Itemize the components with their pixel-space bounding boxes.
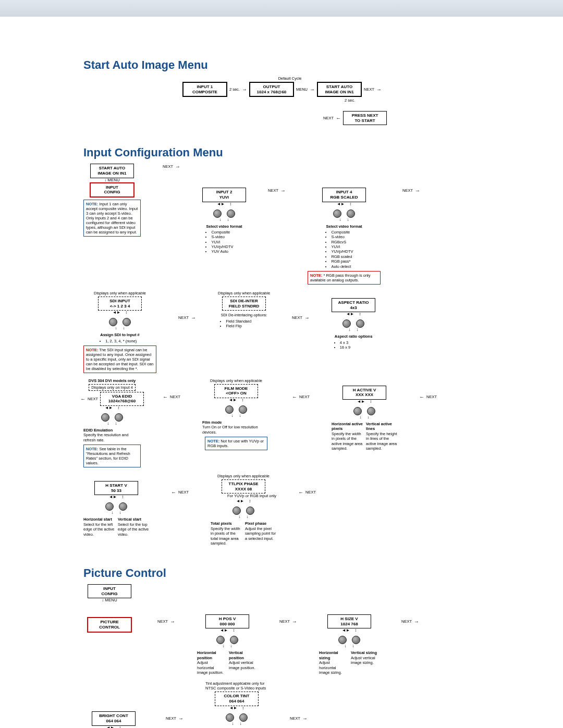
sdi-note: NOTE: The SDI input signal can be assign…	[83, 346, 156, 373]
film-mode-box: FILM MODE <OFF> ON	[214, 384, 258, 398]
arrow-icon	[304, 315, 310, 320]
displays-only-label: Displays only when applicable	[218, 291, 270, 295]
next-label: NEXT	[268, 188, 278, 193]
input1-box: INPUT 1 COMPOSITE	[182, 82, 227, 97]
vga-edid-box: VGA EDID 1024x768@60	[100, 392, 144, 406]
color-tint-box: COLOR TINT 064 064	[215, 692, 259, 706]
film-note: NOTE: Not for use with YUVp or RGB input…	[205, 437, 267, 450]
adjust-knob	[232, 507, 241, 515]
arrow-left-icon	[419, 394, 424, 400]
next-label: NEXT	[163, 164, 173, 169]
adjust-knob	[109, 318, 117, 326]
press-next-box: PRESS NEXT TO START	[343, 111, 387, 125]
adjust-knob	[246, 507, 254, 515]
arrow-left-icon	[336, 115, 341, 121]
next-label: NEXT	[305, 490, 316, 495]
displays-only-label: Displays only when applicable	[210, 378, 262, 383]
arrow-icon	[280, 188, 286, 193]
tint-top-label: Tint adjustment applicable only for NTSC…	[205, 681, 268, 690]
adjust-knob	[119, 502, 127, 511]
arrow-icon	[170, 619, 175, 624]
next-label: NEXT	[426, 394, 437, 399]
arrow-left-icon	[163, 394, 168, 400]
hactive-box: H ACTIVE V XXX XXX	[342, 386, 386, 400]
next-label: NEXT	[323, 116, 334, 120]
section2-heading: Input Configuration Menu	[83, 146, 490, 159]
start-auto-top-box: START AUTO IMAGE ON IN1	[90, 164, 134, 178]
adjust-knob	[356, 319, 364, 328]
arrow-icon	[310, 87, 315, 92]
adjust-knob	[342, 319, 351, 328]
adjust-knob	[101, 413, 109, 422]
edid-desc: EDID EmulationSpecify the resolution and…	[83, 428, 141, 442]
ttlpix-box: TTLPIX PHASE XXXX 08	[222, 479, 265, 493]
ttl-note: For YUVp or RGB input only	[227, 493, 276, 498]
adjust-knob	[225, 405, 234, 414]
adjust-knob	[213, 209, 222, 218]
section1-heading: Start Auto Image Menu	[83, 58, 490, 72]
adjust-knob	[115, 413, 123, 422]
adjust-knob	[226, 713, 234, 722]
arrow-left-icon	[171, 489, 176, 495]
input-config-box: INPUT CONFIG	[90, 182, 134, 198]
next-label: NEXT	[178, 315, 189, 320]
film-desc: Film modeTurn On or Off for low resoluti…	[202, 420, 270, 435]
sdi-deinter-box: SDI DE-INTER FIELD STNDRD	[222, 297, 266, 311]
arrow-icon	[292, 619, 297, 624]
arrow-icon	[302, 715, 308, 721]
next-label: NEXT	[157, 619, 168, 624]
displays-i4-label: Displays only on Input 4	[89, 384, 136, 391]
menu-label: MENU	[105, 598, 117, 602]
next-label: NEXT	[299, 394, 310, 399]
adjust-knob	[227, 209, 235, 218]
adjust-knob	[239, 405, 247, 414]
twosec-label: 2 sec.	[345, 98, 355, 103]
adjust-knob	[239, 713, 248, 722]
arrow-left-icon	[292, 394, 297, 400]
next-label: NEXT	[88, 397, 98, 401]
arrow-icon	[191, 315, 196, 320]
start-auto-box: START AUTO IMAGE ON IN1	[317, 82, 362, 97]
adjust-knob	[216, 636, 225, 644]
svf-input4: Select video format Composite S-video RG…	[326, 224, 362, 269]
next-label: NEXT	[290, 716, 300, 721]
sdi-input-box: SDI INPUT <-> 1 2 3 4	[98, 297, 142, 311]
next-label: NEXT	[170, 394, 180, 399]
displays-only-label: Displays only when applicable	[217, 474, 270, 478]
assign-sdi: Assign SDI to Input # 1, 2, 3, 4, * (non…	[100, 332, 139, 343]
displays-only-label: Displays only when applicable	[94, 291, 146, 295]
next-label: NEXT	[292, 315, 302, 320]
adjust-knob	[123, 318, 131, 326]
aspect-ratio-box: ASPECT RATIO 4x3	[332, 298, 375, 312]
adjust-knob	[333, 209, 341, 218]
hstart-box: H START V 50 33	[94, 481, 138, 495]
adjust-knob	[347, 209, 355, 218]
adjust-knob	[352, 636, 360, 644]
arrow-icon	[376, 87, 382, 92]
arrow-icon	[415, 188, 420, 193]
next-label: NEXT	[166, 716, 176, 721]
default-cycle-label: Default Cycle	[278, 76, 302, 81]
twosec-label: 2 sec.	[229, 87, 240, 92]
edid-note: NOTE: See table in the "Resolutions and …	[83, 445, 141, 467]
adjust-knob	[105, 502, 114, 511]
svf-input2: Select video format Composite S-video YU…	[206, 224, 242, 254]
input1-note: NOTE: Input 1 can only accept composite …	[83, 200, 141, 237]
dvs-only-label: DVS 304 DVI models only	[89, 378, 136, 383]
picture-control-box: PICTURE CONTROL	[87, 617, 132, 632]
top-gradient-bar	[0, 0, 563, 17]
hsize-box: H SIZE V 1024 768	[327, 614, 371, 628]
section-input-config: Input Configuration Menu START AUTO IMAG…	[83, 146, 490, 546]
adjust-knob	[367, 407, 375, 415]
arrow-icon	[242, 87, 247, 92]
arrow-icon	[178, 715, 183, 721]
arrow-left-icon	[298, 489, 303, 495]
ar-opts: Aspect ratio options 4 x 3 16 x 9	[335, 334, 373, 350]
input2-box: INPUT 2 YUVi	[202, 188, 246, 202]
next-label: NEXT	[364, 87, 374, 92]
adjust-knob	[353, 407, 362, 415]
arrow-icon	[414, 619, 419, 624]
arrow-left-icon	[80, 396, 85, 402]
input-config-box: INPUT CONFIG	[88, 584, 131, 598]
section-start-auto-image: Start Auto Image Menu Default Cycle INPU…	[83, 58, 490, 125]
